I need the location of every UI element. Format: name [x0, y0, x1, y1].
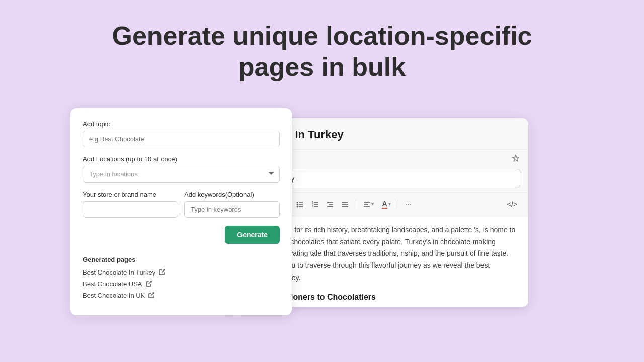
align-chevron-icon: ▾	[371, 201, 374, 207]
external-link-icon-3	[148, 292, 155, 299]
keywords-field-group: Add keywords(Optional)	[184, 191, 280, 218]
align-dropdown[interactable]: ▾	[360, 199, 377, 210]
svg-point-0	[297, 202, 298, 203]
ui-panels: Add topic Add Locations (up to 10 at onc…	[70, 108, 574, 319]
topic-label: Add topic	[83, 120, 280, 128]
page-link-label-2: Best Chocolate USA	[83, 280, 142, 288]
color-dropdown[interactable]: A ▾	[379, 198, 393, 211]
color-chevron-icon: ▾	[388, 201, 391, 207]
list-item[interactable]: Best Chocolate In Turkey	[83, 268, 280, 276]
locations-select[interactable]: Type in locations	[83, 166, 280, 183]
page-link-label-3: Best Chocolate In UK	[83, 292, 145, 299]
keywords-input[interactable]	[184, 201, 280, 218]
magic-icon[interactable]	[511, 154, 520, 165]
keywords-label: Add keywords(Optional)	[184, 191, 280, 198]
list-item[interactable]: Best Chocolate In UK	[83, 292, 280, 299]
svg-point-2	[297, 204, 298, 205]
svg-point-4	[297, 206, 298, 207]
left-panel: Add topic Add Locations (up to 10 at onc…	[70, 108, 292, 315]
generate-row: Generate	[83, 226, 280, 252]
ordered-list-button[interactable]: 1.2.3.	[308, 199, 321, 210]
outdent-button[interactable]	[324, 199, 337, 210]
color-icon: A	[382, 200, 387, 209]
code-view-button[interactable]: </>	[504, 198, 520, 210]
more-options-button[interactable]: ···	[403, 198, 415, 210]
external-link-icon-1	[158, 268, 166, 276]
list-item[interactable]: Best Chocolate USA	[83, 280, 280, 288]
svg-text:3.: 3.	[312, 205, 314, 208]
topic-field-group: Add topic	[83, 120, 280, 155]
topic-input[interactable]	[83, 131, 280, 147]
brand-field-group: Your store or brand name	[83, 191, 178, 218]
locations-label: Add Locations (up to 10 at once)	[83, 155, 280, 163]
locations-field-group: Add Locations (up to 10 at once) Type in…	[83, 155, 280, 191]
toolbar-separator-3	[398, 200, 398, 209]
generated-pages-section: Generated pages Best Chocolate In Turkey…	[83, 256, 280, 299]
hero-title: Generate unique location-specific pages …	[112, 20, 532, 83]
generate-button[interactable]: Generate	[225, 226, 280, 244]
brand-keywords-row: Your store or brand name Add keywords(Op…	[83, 191, 280, 218]
brand-input[interactable]	[83, 201, 178, 218]
generated-pages-title: Generated pages	[83, 256, 280, 263]
bullet-list-button[interactable]	[293, 199, 306, 210]
page-link-label-1: Best Chocolate In Turkey	[83, 268, 155, 276]
toolbar-separator-2	[356, 200, 356, 209]
brand-label: Your store or brand name	[83, 191, 178, 198]
indent-button[interactable]	[339, 199, 352, 210]
external-link-icon-2	[145, 280, 152, 287]
